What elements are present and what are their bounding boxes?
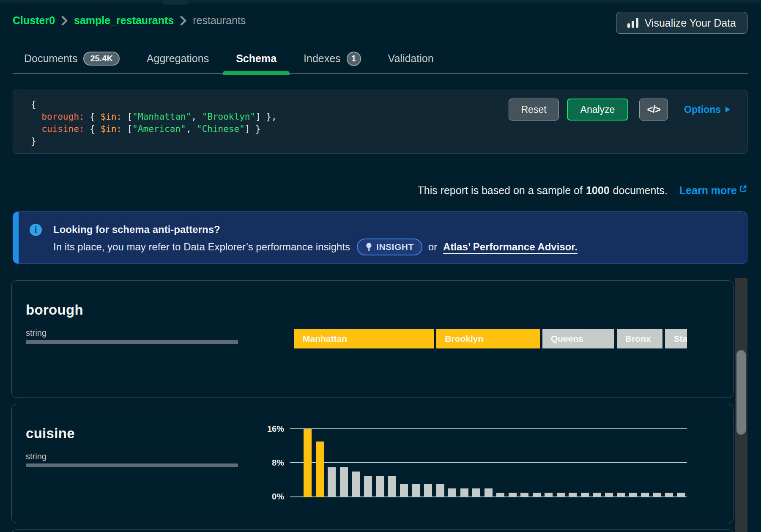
insight-badge[interactable]: INSIGHT (357, 239, 422, 255)
bar-chart-icon (627, 18, 638, 28)
tab-documents[interactable]: Documents 25.4K (24, 43, 120, 74)
export-code-button[interactable]: </> (639, 99, 668, 121)
banner-title: Looking for schema anti-patterns? (53, 224, 220, 236)
cuisine-bar-19[interactable] (520, 493, 528, 497)
breadcrumb-cluster[interactable]: Cluster0 (13, 14, 55, 27)
field-name-borough: borough (26, 302, 83, 318)
window-top-edge (0, 0, 761, 3)
cuisine-bar-1[interactable] (304, 429, 312, 497)
bar-label: Manhattan (303, 334, 347, 344)
learn-more-label: Learn more (679, 184, 737, 197)
lightbulb-icon (365, 243, 372, 251)
field-card-borough: borough string ManhattanBrooklynQueensBr… (11, 280, 734, 398)
tab-indexes[interactable]: Indexes 1 (304, 43, 361, 74)
borough-bar-manhattan[interactable]: Manhattan (294, 329, 434, 348)
query-actions: Reset Analyze </> Options (509, 99, 730, 121)
visualize-your-data-button[interactable]: Visualize Your Data (616, 12, 747, 34)
cuisine-bar-13[interactable] (448, 488, 456, 497)
field-type-label[interactable]: string (26, 452, 47, 461)
cuisine-bar-21[interactable] (545, 493, 553, 497)
next-field-card-partial (11, 529, 734, 532)
bar-label: Queens (551, 334, 583, 344)
cuisine-bar-3[interactable] (328, 467, 336, 497)
cuisine-bar-4[interactable] (340, 467, 348, 497)
tab-validation[interactable]: Validation (388, 43, 434, 74)
y-axis-tick-16: 16% (255, 424, 284, 434)
cuisine-bar-12[interactable] (436, 484, 444, 497)
type-distribution-bar[interactable] (26, 463, 238, 467)
field-type-label[interactable]: string (26, 328, 47, 338)
cuisine-bar-31[interactable] (665, 493, 673, 497)
borough-bar-staten-island[interactable]: Staten Island (665, 329, 687, 348)
cuisine-bar-25[interactable] (593, 493, 601, 497)
analyze-button[interactable]: Analyze (567, 99, 629, 121)
cuisine-bar-14[interactable] (460, 488, 468, 497)
performance-advisor-link[interactable]: Atlas’ Performance Advisor. (443, 241, 578, 253)
bar-label: Brooklyn (445, 334, 483, 344)
options-toggle[interactable]: Options (684, 104, 730, 115)
bar-label: Bronx (625, 334, 651, 344)
chevron-right-icon (180, 16, 186, 25)
cuisine-bar-6[interactable] (364, 476, 372, 497)
tab-schema[interactable]: Schema (236, 43, 276, 74)
query-bar: { borough: { $in: ["Manhattan", "Brookly… (13, 90, 747, 154)
breadcrumb-database[interactable]: sample_restaurants (74, 14, 174, 27)
cuisine-bar-16[interactable] (485, 488, 493, 497)
borough-bar-bronx[interactable]: Bronx (617, 329, 663, 348)
vertical-scrollbar-thumb[interactable] (736, 350, 746, 435)
chevron-right-icon (61, 16, 68, 25)
cuisine-bar-26[interactable] (605, 493, 613, 497)
cuisine-bar-7[interactable] (376, 476, 384, 497)
caret-right-icon (725, 107, 730, 112)
learn-more-link[interactable]: Learn more (679, 184, 747, 197)
cuisine-bar-23[interactable] (569, 493, 577, 497)
borough-distribution-chart: ManhattanBrooklynQueensBronxStaten Islan… (294, 329, 687, 348)
reset-button[interactable]: Reset (509, 99, 558, 121)
sample-report-note: This report is based on a sample of 1000… (417, 184, 747, 197)
cuisine-bar-20[interactable] (533, 493, 541, 497)
sample-note-text: This report is based on a sample of (417, 184, 582, 197)
cuisine-bar-11[interactable] (424, 484, 432, 497)
cuisine-bar-5[interactable] (352, 472, 360, 497)
cuisine-bar-28[interactable] (629, 493, 637, 497)
schema-anti-patterns-banner: i Looking for schema anti-patterns? In i… (13, 211, 747, 264)
cuisine-bar-18[interactable] (509, 493, 517, 497)
cuisine-bar-24[interactable] (581, 493, 589, 497)
type-distribution-bar[interactable] (26, 340, 238, 344)
cuisine-bar-15[interactable] (472, 488, 480, 497)
external-link-icon (739, 184, 747, 193)
window-top-notch (162, 0, 188, 5)
cuisine-bar-2[interactable] (316, 442, 324, 497)
banner-body-text: In its place, you may refer to Data Expl… (53, 241, 350, 253)
collection-tabs: Documents 25.4K Aggregations Schema Inde… (13, 43, 748, 74)
cuisine-bar-29[interactable] (641, 493, 649, 497)
cuisine-bar-30[interactable] (653, 493, 661, 497)
tabs-divider (13, 73, 748, 74)
banner-body: In its place, you may refer to Data Expl… (53, 238, 578, 256)
tab-aggregations-label: Aggregations (147, 52, 209, 65)
y-axis-tick-0: 0% (255, 492, 284, 502)
visualize-button-label: Visualize Your Data (645, 17, 736, 29)
cuisine-bar-8[interactable] (388, 476, 396, 497)
banner-body-or: or (428, 241, 437, 253)
y-axis-tick-8: 8% (255, 458, 284, 468)
borough-bar-brooklyn[interactable]: Brooklyn (436, 329, 539, 348)
bar-label: Staten Island (673, 334, 687, 344)
tab-aggregations[interactable]: Aggregations (147, 43, 209, 74)
cuisine-frequency-bars (304, 428, 689, 497)
options-label: Options (684, 104, 721, 115)
vertical-scrollbar-track[interactable] (735, 278, 747, 532)
documents-count-badge: 25.4K (83, 52, 119, 66)
borough-bar-queens[interactable]: Queens (542, 329, 614, 348)
cuisine-bar-9[interactable] (400, 484, 408, 497)
query-code[interactable]: { borough: { $in: ["Manhattan", "Brookly… (31, 99, 277, 148)
cuisine-bar-17[interactable] (496, 493, 504, 497)
tab-validation-label: Validation (388, 52, 434, 65)
cuisine-bar-10[interactable] (412, 484, 420, 497)
cuisine-bar-27[interactable] (617, 493, 625, 497)
field-card-cuisine: cuisine string 16% 8% 0% (11, 404, 734, 523)
tab-documents-label: Documents (24, 52, 77, 65)
cuisine-bar-22[interactable] (557, 493, 565, 497)
cuisine-bar-32[interactable] (677, 493, 685, 497)
field-name-cuisine: cuisine (26, 425, 75, 442)
